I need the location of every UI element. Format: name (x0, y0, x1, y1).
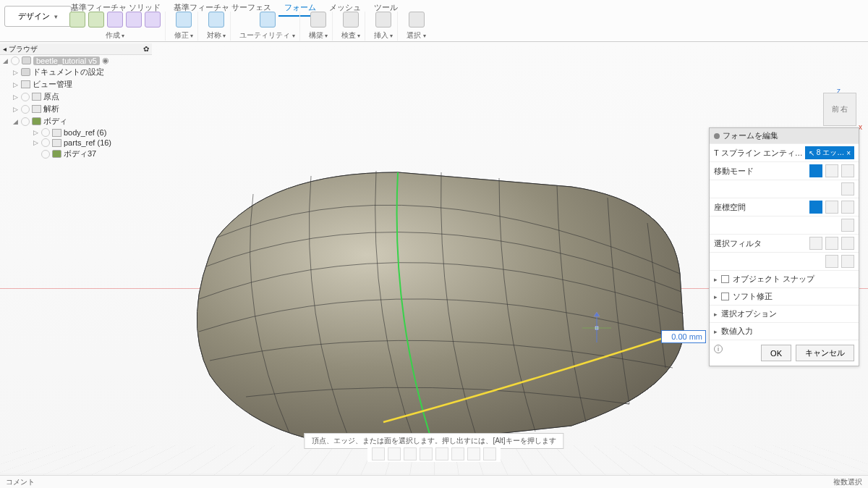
group-inspect-label: 検査 (341, 30, 360, 41)
tree-item[interactable]: ボディ37 (64, 148, 96, 159)
selection-chip[interactable]: ↖ 8 エッ… × (805, 146, 854, 159)
create-box-icon[interactable] (69, 12, 85, 28)
tree-toggle[interactable]: ▷ (13, 93, 19, 101)
create-cylinder-icon[interactable] (107, 12, 123, 28)
select-icon[interactable] (409, 12, 425, 28)
tree-toggle[interactable]: ◢ (3, 57, 9, 64)
construct-icon[interactable] (310, 12, 326, 28)
viewports-icon[interactable] (483, 447, 496, 460)
visibility-toggle[interactable] (21, 105, 30, 114)
filter-edge-icon[interactable] (825, 237, 838, 250)
context-icon[interactable]: ◉ (102, 56, 109, 65)
view-cube[interactable]: 前 右 (823, 93, 856, 126)
browser-title: ブラウザ (9, 45, 38, 53)
group-select-label: 選択 (407, 30, 425, 41)
section-sel-options[interactable]: 選択オプション (710, 305, 859, 322)
info-icon[interactable]: i (714, 345, 723, 353)
status-bar: コメント 複数選択 (0, 475, 868, 488)
panel-title: フォームを編集 (723, 130, 778, 141)
tree-item[interactable]: ドキュメントの設定 (33, 67, 104, 77)
visibility-toggle[interactable] (11, 56, 20, 65)
checkbox[interactable] (721, 293, 729, 300)
fit-icon[interactable] (420, 447, 433, 460)
orbit-icon[interactable] (372, 447, 385, 460)
filter-face-icon[interactable] (841, 237, 854, 250)
coord-extra-icon[interactable] (841, 219, 854, 232)
utility-icon[interactable] (260, 12, 276, 28)
edit-form-panel: フォームを編集 T スプライン エンティ… ↖ 8 エッ… × 移動モード 座標… (709, 127, 859, 366)
zoom-icon[interactable] (404, 447, 417, 460)
gear-icon (21, 68, 30, 76)
nav-toolbar (367, 446, 501, 462)
sel-filter-label: 選択フィルタ (714, 238, 762, 249)
ribbon-groups: 作成 修正 対称 ユーティリティ 構築 検査 挿入 選択 (65, 12, 430, 41)
move-mode-label: 移動モード (714, 166, 754, 177)
pan-icon[interactable] (388, 447, 401, 460)
tree-toggle[interactable]: ▷ (13, 106, 19, 113)
create-torus-icon[interactable] (145, 12, 161, 28)
group-symmetry-label: 対称 (207, 30, 226, 41)
checkbox[interactable] (721, 275, 729, 283)
filter-body-icon[interactable] (825, 255, 838, 268)
dimension-field[interactable] (661, 330, 706, 343)
symmetry-icon[interactable] (208, 12, 224, 28)
comments-button[interactable]: コメント (6, 477, 35, 487)
tspline-body[interactable] (166, 136, 694, 462)
look-icon[interactable] (435, 447, 448, 460)
coord-3-icon[interactable] (841, 201, 854, 214)
tree-bodies-label[interactable]: ボディ (43, 116, 67, 127)
edit-form-icon[interactable] (176, 12, 192, 28)
filter-vertex-icon[interactable] (809, 237, 822, 250)
visibility-toggle[interactable] (41, 128, 50, 137)
display-icon[interactable] (451, 447, 464, 460)
tree-toggle[interactable]: ▷ (13, 69, 19, 76)
section-object-snap[interactable]: オブジェクト スナップ (710, 270, 859, 287)
create-plane-icon[interactable] (88, 12, 104, 28)
tree-toggle[interactable]: ▷ (33, 139, 39, 146)
group-modify-label: 修正 (174, 30, 193, 41)
section-soft-mod[interactable]: ソフト修正 (710, 287, 859, 305)
folder-icon (32, 105, 41, 113)
cancel-button[interactable]: キャンセル (796, 345, 854, 361)
group-utility-label: ユーティリティ (239, 30, 294, 41)
move-extra-icon[interactable] (841, 182, 854, 195)
tree-toggle[interactable]: ▷ (13, 81, 19, 88)
body-icon (52, 150, 61, 158)
component-icon (22, 56, 31, 64)
coord-2-icon[interactable] (825, 201, 838, 214)
coord-1-icon[interactable] (809, 201, 822, 214)
visibility-toggle[interactable] (21, 117, 30, 126)
tree-item[interactable]: 原点 (43, 91, 59, 102)
visibility-toggle[interactable] (21, 93, 30, 101)
tree-item[interactable]: parts_ref (16) (64, 138, 111, 147)
visibility-toggle[interactable] (41, 138, 50, 147)
move-mode-3-icon[interactable] (841, 164, 854, 177)
entity-label: T スプライン エンティ… (714, 148, 803, 159)
tree-toggle[interactable]: ◢ (13, 118, 19, 125)
folder-icon (21, 80, 30, 88)
move-mode-1-icon[interactable] (809, 164, 822, 177)
tree-item[interactable]: ビュー管理 (33, 79, 72, 90)
create-sphere-icon[interactable] (126, 12, 142, 28)
insert-icon[interactable] (375, 12, 391, 28)
tree-item[interactable]: 解析 (43, 104, 59, 114)
ok-button[interactable]: OK (761, 345, 791, 361)
clear-selection-icon[interactable]: × (846, 149, 851, 157)
panel-header[interactable]: フォームを編集 (710, 128, 859, 143)
browser-settings-icon[interactable]: ✿ (143, 45, 149, 53)
move-mode-2-icon[interactable] (825, 164, 838, 177)
visibility-toggle[interactable] (41, 150, 50, 159)
grid-icon[interactable] (467, 447, 480, 460)
inspect-icon[interactable] (343, 12, 359, 28)
tree-item[interactable]: body_ref (6) (64, 128, 106, 137)
folder-icon (52, 129, 61, 137)
browser-tree: ◢ beetle_tutorial v5 ◉ ▷ドキュメントの設定 ▷ビュー管理… (3, 55, 155, 160)
ribbon: デザイン 基準フィーチャ ソリッド 基準フィーチャ サーフェス フォーム メッシ… (0, 0, 868, 42)
tree-root-label[interactable]: beetle_tutorial v5 (33, 56, 100, 65)
design-workspace-button[interactable]: デザイン (4, 6, 72, 27)
group-insert-label: 挿入 (374, 30, 393, 41)
tree-toggle[interactable]: ▷ (33, 129, 39, 136)
filter-all-icon[interactable] (841, 255, 854, 268)
section-numeric-input[interactable]: 数値入力 (710, 322, 859, 340)
panel-dot-icon (714, 133, 720, 139)
